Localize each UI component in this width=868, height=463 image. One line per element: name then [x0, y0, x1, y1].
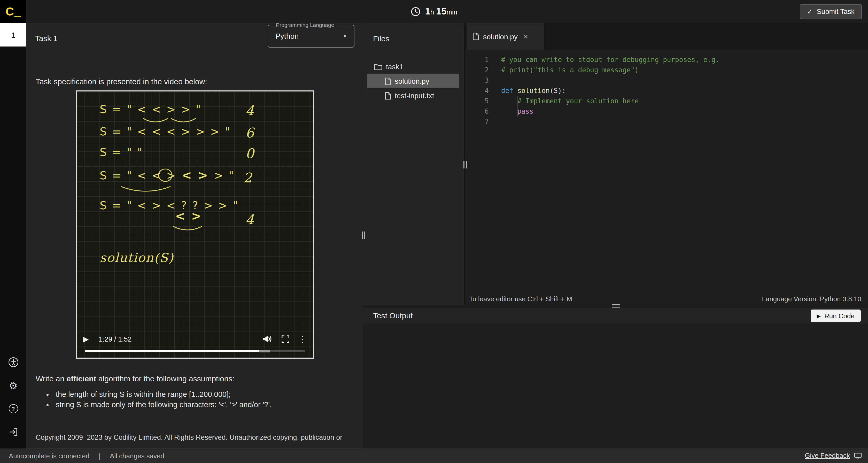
language-version: Language Version: Python 3.8.10 — [762, 295, 861, 303]
test-output-panel: Test Output ▶ Run Code — [363, 308, 868, 449]
top-bar: C_ 1h15min ✓ Submit Task — [0, 0, 868, 23]
file-tree: task1solution.pytest-input.txt — [363, 59, 464, 103]
output-panel-divider[interactable] — [363, 305, 868, 308]
file-tree-item-test-input-txt[interactable]: test-input.txt — [367, 88, 459, 103]
language-select-value: Python — [275, 32, 299, 40]
assumption-item: string S is made only of the following c… — [54, 400, 302, 409]
test-output-title: Test Output — [373, 311, 412, 320]
task-number-tab[interactable]: 1 — [0, 23, 26, 47]
task-description-panel: Task 1 Programming Language Python ▼ Tas… — [26, 23, 363, 449]
feedback-icon[interactable] — [854, 452, 862, 459]
assumptions-list: the length of string S is within the ran… — [54, 390, 302, 410]
file-icon — [473, 33, 479, 40]
code-line-4[interactable]: 4def solution(S): — [465, 86, 868, 96]
test-output-header: Test Output ▶ Run Code — [363, 308, 868, 323]
code-line-1[interactable]: 1# you can write to stdout for debugging… — [465, 55, 868, 65]
blackboard-frame: S = " < < > > " 4 S = " < < < > > > " 6 … — [77, 91, 313, 358]
status-bar: Autocomplete is connected | All changes … — [0, 449, 868, 463]
video-progress-buffer — [259, 350, 270, 352]
file-tree-item-solution-py[interactable]: solution.py — [367, 74, 459, 88]
clock-icon — [411, 7, 421, 17]
code-line-7[interactable]: 7 — [465, 117, 868, 127]
code-line-6[interactable]: 6 pass — [465, 106, 868, 117]
logout-icon[interactable] — [8, 427, 18, 437]
logo-underscore: _ — [14, 6, 21, 17]
files-panel-drag-handle[interactable] — [463, 161, 467, 168]
programming-language-select[interactable]: Programming Language Python ▼ — [268, 25, 354, 48]
check-icon: ✓ — [807, 8, 813, 16]
line-number: 1 — [465, 55, 489, 65]
task-spec-intro: Task specification is presented in the v… — [36, 77, 207, 86]
status-divider: | — [99, 452, 100, 460]
run-code-button[interactable]: ▶ Run Code — [811, 310, 861, 322]
autocomplete-status: Autocomplete is connected — [9, 452, 89, 460]
copyright-notice: Copyright 2009–2023 by Codility Limited.… — [36, 434, 360, 441]
timer-hours-unit: h — [430, 8, 434, 16]
logo-letter: C — [6, 6, 14, 17]
give-feedback-link[interactable]: Give Feedback — [805, 452, 850, 459]
language-select-label: Programming Language — [273, 23, 337, 28]
board-row-2-expr: S = " < < < > > > " — [100, 125, 231, 138]
task-video-player[interactable]: S = " < < > > " 4 S = " < < < > > > " 6 … — [76, 90, 314, 359]
file-icon — [385, 92, 391, 99]
run-play-icon: ▶ — [817, 313, 821, 318]
board-row-5-result: 4 — [245, 212, 254, 227]
board-row-3-result: 0 — [245, 146, 255, 161]
codility-logo[interactable]: C_ — [0, 0, 26, 23]
code-line-5[interactable]: 5 # Implement your solution here — [465, 96, 868, 106]
submit-task-button[interactable]: ✓ Submit Task — [800, 4, 862, 19]
timer-hours: 1 — [425, 6, 430, 17]
code-line-2[interactable]: 2# print("this is a debug message") — [465, 65, 868, 75]
fullscreen-icon[interactable] — [281, 335, 290, 343]
accessibility-icon[interactable] — [8, 357, 18, 367]
board-row-4-expr: S = " < < > < > > " — [100, 168, 235, 182]
volume-icon[interactable] — [262, 335, 272, 343]
settings-gear-icon[interactable]: ⚙ — [8, 380, 18, 391]
task-panel-header: Task 1 Programming Language Python ▼ — [26, 23, 363, 53]
board-row-2-result: 6 — [245, 125, 255, 141]
board-row-4-result: 2 — [243, 170, 253, 186]
timer-minutes-unit: min — [446, 8, 457, 16]
code-editor: solution.py × 1# you can write to stdout… — [465, 23, 868, 305]
board-row-1-result: 4 — [245, 103, 254, 118]
video-progress-bar[interactable] — [85, 350, 305, 352]
save-status: All changes saved — [110, 452, 164, 460]
play-button[interactable]: ▶ — [83, 335, 94, 343]
video-progress-played — [85, 350, 259, 352]
caret-down-icon: ▼ — [343, 34, 347, 39]
tab-solution-py[interactable]: solution.py × — [467, 23, 544, 50]
indent-guide — [517, 96, 518, 117]
code-area[interactable]: 1# you can write to stdout for debugging… — [465, 50, 868, 294]
video-time: 1:29 / 1:52 — [99, 335, 132, 343]
timer-minutes: 15 — [436, 6, 446, 17]
board-row-3-expr: S = " " — [100, 146, 144, 159]
tab-close-icon[interactable]: × — [523, 32, 528, 41]
codility-app: C_ 1h15min ✓ Submit Task 1 — [0, 0, 868, 463]
run-code-label: Run Code — [824, 312, 855, 319]
assumption-item: the length of string S is within the ran… — [54, 390, 302, 399]
line-number: 6 — [465, 106, 489, 117]
task-panel-drag-handle[interactable] — [362, 232, 365, 239]
help-icon[interactable]: ? — [8, 404, 18, 414]
board-row-5-expr: S = " < > < ? ? > > " — [100, 199, 239, 212]
line-number: 4 — [465, 86, 489, 96]
time-remaining: 1h15min — [411, 0, 457, 23]
files-panel: Files task1solution.pytest-input.txt — [363, 23, 465, 305]
board-row-5-sub: < > — [175, 209, 202, 223]
folder-icon — [374, 63, 382, 70]
line-number: 2 — [465, 65, 489, 75]
task-panel-body: Task specification is presented in the v… — [26, 53, 363, 449]
tab-label: solution.py — [483, 32, 518, 40]
video-menu-icon[interactable]: ⋮ — [299, 334, 307, 344]
line-number: 3 — [465, 75, 489, 86]
board-row-1-expr: S = " < < > > " — [100, 103, 202, 116]
editor-tab-bar: solution.py × — [465, 23, 868, 50]
status-bar-left: Autocomplete is connected | All changes … — [9, 452, 164, 460]
file-tree-item-task1[interactable]: task1 — [367, 59, 459, 74]
code-line-3[interactable]: 3 — [465, 75, 868, 86]
video-controls: ▶ 1:29 / 1:52 — [77, 328, 313, 358]
files-panel-title: Files — [373, 34, 389, 43]
sidebar-icon-group: ⚙ ? — [0, 357, 26, 437]
editor-escape-hint: To leave editor use Ctrl + Shift + M — [469, 295, 572, 303]
task-title: Task 1 — [35, 34, 58, 42]
